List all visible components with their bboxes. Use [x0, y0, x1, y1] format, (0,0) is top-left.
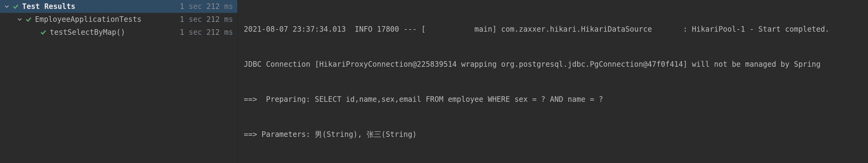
console-line: ==> Parameters: 男(String), 张三(String): [244, 129, 862, 140]
test-case-node[interactable]: testSelectByMap() 1 sec 212 ms: [0, 26, 237, 39]
test-pass-icon: [25, 16, 32, 23]
chevron-down-icon: [4, 4, 9, 9]
test-case-label: testSelectByMap(): [50, 28, 125, 36]
test-tree-root[interactable]: Test Results 1 sec 212 ms: [0, 0, 237, 13]
test-duration: 1 sec 212 ms: [180, 2, 233, 11]
console-output[interactable]: 2021-08-07 23:37:34.013 INFO 17800 --- […: [238, 0, 868, 163]
test-pass-icon: [12, 3, 19, 10]
test-duration: 1 sec 212 ms: [180, 28, 233, 36]
console-line: 2021-08-07 23:37:34.013 INFO 17800 --- […: [244, 23, 862, 35]
test-pass-icon: [40, 29, 47, 36]
test-suite-node[interactable]: EmployeeApplicationTests 1 sec 212 ms: [0, 13, 237, 26]
console-line: JDBC Connection [HikariProxyConnection@2…: [244, 58, 862, 70]
test-suite-label: EmployeeApplicationTests: [35, 15, 142, 24]
test-duration: 1 sec 212 ms: [180, 15, 233, 24]
test-results-tree[interactable]: Test Results 1 sec 212 ms EmployeeApplic…: [0, 0, 238, 163]
test-tree-root-label: Test Results: [22, 2, 75, 11]
run-tool-window: Test Results 1 sec 212 ms EmployeeApplic…: [0, 0, 868, 163]
console-line: ==> Preparing: SELECT id,name,sex,email …: [244, 93, 862, 105]
chevron-down-icon: [17, 17, 22, 22]
